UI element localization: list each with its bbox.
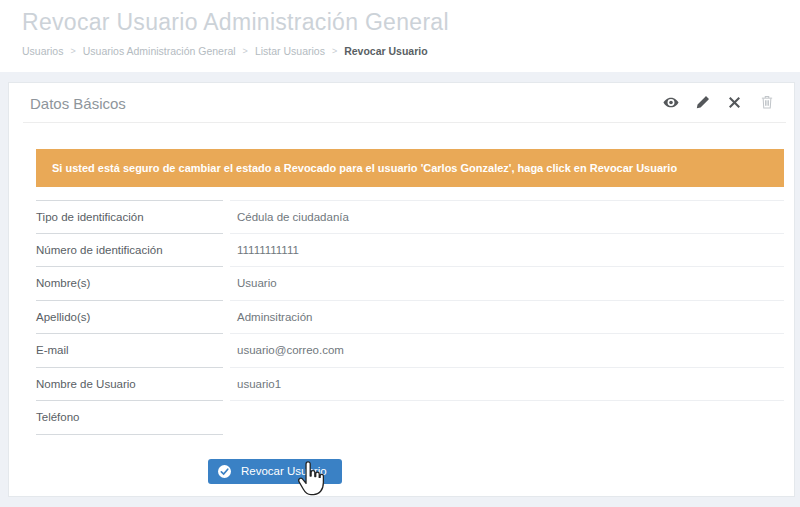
revocar-usuario-button-label: Revocar Usuario — [241, 465, 327, 477]
table-row-tipo-identificacion: Tipo de identificación Cédula de ciudada… — [36, 200, 784, 234]
table-row-numero-identificacion: Número de identificación 11111111111 — [36, 234, 784, 268]
breadcrumb-separator: > — [332, 46, 337, 56]
field-label: Nombre(s) — [36, 267, 223, 301]
table-row-nombre-usuario: Nombre de Usuario usuario1 — [36, 368, 784, 402]
panel-header-divider — [23, 122, 786, 123]
breadcrumb-item-listar-usuarios[interactable]: Listar Usuarios — [255, 45, 325, 57]
trash-icon — [761, 95, 773, 112]
panel-actions — [663, 96, 774, 111]
pencil-icon — [696, 96, 709, 112]
view-button[interactable] — [663, 96, 678, 111]
table-row-apellidos: Apellido(s) Adminsitración — [36, 301, 784, 335]
breadcrumb-separator: > — [70, 46, 75, 56]
breadcrumb-separator: > — [243, 46, 248, 56]
page-header: Revocar Usuario Administración General U… — [0, 0, 800, 72]
field-value: Adminsitración — [230, 301, 784, 335]
breadcrumb-item-usuarios-admin-general[interactable]: Usuarios Administración General — [83, 45, 236, 57]
table-row-telefono: Teléfono — [36, 401, 784, 435]
revoke-warning-banner: Si usted está seguro de cambiar el estad… — [36, 149, 784, 187]
field-value: 11111111111 — [230, 234, 784, 268]
table-row-email: E-mail usuario@correo.com — [36, 334, 784, 368]
edit-button[interactable] — [695, 96, 710, 111]
field-label: Apellido(s) — [36, 301, 223, 335]
datos-basicos-panel: Datos Básicos — [8, 82, 795, 497]
panel-header: Datos Básicos — [9, 83, 794, 122]
field-value: usuario@correo.com — [230, 334, 784, 368]
page-title: Revocar Usuario Administración General — [22, 9, 800, 36]
field-label: Tipo de identificación — [36, 200, 223, 234]
field-value: Cédula de ciudadanía — [230, 200, 784, 234]
delete-button[interactable] — [759, 96, 774, 111]
field-label: Número de identificación — [36, 234, 223, 268]
breadcrumb-item-revocar-usuario: Revocar Usuario — [344, 45, 427, 57]
field-value — [230, 401, 784, 435]
panel-title: Datos Básicos — [30, 95, 126, 112]
revocar-usuario-button[interactable]: Revocar Usuario — [208, 459, 342, 484]
field-value: Usuario — [230, 267, 784, 301]
breadcrumb: Usuarios > Usuarios Administración Gener… — [22, 45, 800, 57]
revoke-button-icon[interactable] — [727, 96, 742, 111]
field-label: Teléfono — [36, 401, 223, 435]
table-row-nombres: Nombre(s) Usuario — [36, 267, 784, 301]
user-details-table: Tipo de identificación Cédula de ciudada… — [36, 200, 784, 435]
field-label: Nombre de Usuario — [36, 368, 223, 402]
breadcrumb-item-usuarios[interactable]: Usuarios — [22, 45, 63, 57]
check-circle-icon — [218, 465, 231, 478]
button-row: Revocar Usuario — [208, 459, 794, 484]
eye-icon — [663, 96, 679, 111]
field-label: E-mail — [36, 334, 223, 368]
field-value: usuario1 — [230, 368, 784, 402]
x-icon — [729, 96, 740, 111]
